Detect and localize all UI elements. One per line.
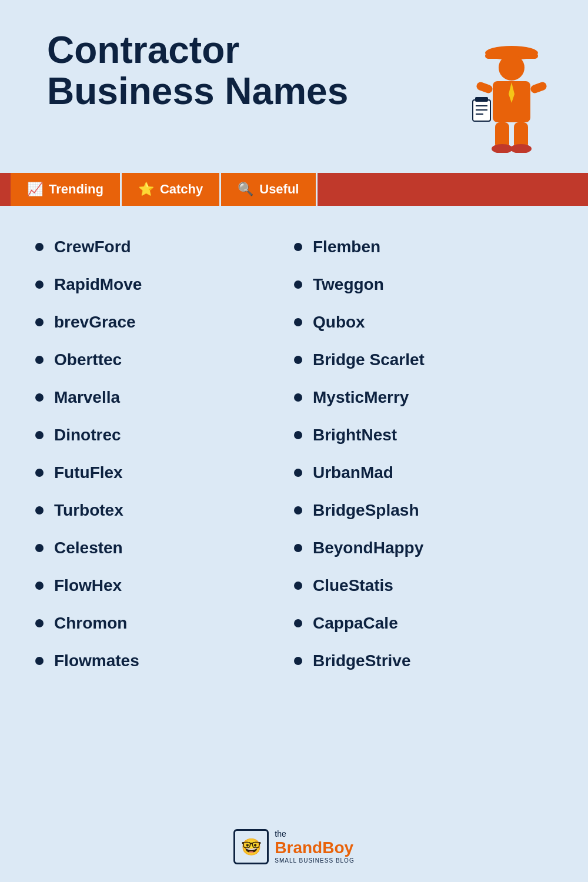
bullet-icon bbox=[294, 544, 302, 552]
name-text: brevGrace bbox=[54, 313, 136, 332]
bullet-icon bbox=[294, 318, 302, 326]
list-item: UrbanMad bbox=[294, 455, 553, 490]
logo-text: the BrandBoy SMALL BUSINESS BLOG bbox=[275, 830, 354, 863]
name-text: ClueStatis bbox=[313, 576, 393, 595]
bullet-icon bbox=[294, 619, 302, 627]
list-item: Marvella bbox=[35, 380, 294, 415]
catchy-icon: ⭐ bbox=[138, 182, 154, 197]
logo-brandboy: BrandBoy bbox=[275, 839, 354, 857]
tab-useful[interactable]: 🔍 Useful bbox=[221, 173, 317, 206]
list-item: Chromon bbox=[35, 606, 294, 641]
header-section: Contractor Business Names bbox=[0, 0, 588, 167]
list-item: MysticMerry bbox=[294, 380, 553, 415]
list-item: brevGrace bbox=[35, 305, 294, 340]
list-item: BridgeStrive bbox=[294, 643, 553, 679]
name-text: RapidMove bbox=[54, 275, 142, 294]
logo-the: the bbox=[275, 830, 354, 838]
trending-icon: 📈 bbox=[27, 182, 43, 197]
list-item: Flowmates bbox=[35, 643, 294, 679]
bullet-icon bbox=[35, 431, 44, 439]
bullet-icon bbox=[294, 356, 302, 364]
name-text: Oberttec bbox=[54, 350, 122, 369]
bullet-icon bbox=[35, 544, 44, 552]
brand-logo: 🤓 the BrandBoy SMALL BUSINESS BLOG bbox=[233, 829, 354, 864]
svg-rect-5 bbox=[475, 81, 493, 95]
list-item: Celesten bbox=[35, 530, 294, 566]
svg-point-15 bbox=[510, 144, 532, 153]
page-title: Contractor Business Names bbox=[47, 29, 348, 112]
svg-rect-6 bbox=[529, 81, 547, 95]
name-text: Marvella bbox=[54, 388, 120, 407]
list-item: Dinotrec bbox=[35, 417, 294, 453]
logo-icon: 🤓 bbox=[233, 829, 269, 864]
bullet-icon bbox=[35, 469, 44, 477]
bullet-icon bbox=[35, 582, 44, 590]
svg-point-2 bbox=[499, 55, 524, 81]
name-text: BeyondHappy bbox=[313, 539, 423, 557]
bullet-icon bbox=[35, 657, 44, 665]
bullet-icon bbox=[35, 318, 44, 326]
name-text: CrewFord bbox=[54, 238, 131, 256]
bullet-icon bbox=[35, 280, 44, 289]
name-text: MysticMerry bbox=[313, 388, 409, 407]
tab-useful-label: Useful bbox=[259, 182, 299, 197]
list-item: CappaCale bbox=[294, 606, 553, 641]
list-item: FlowHex bbox=[35, 568, 294, 603]
list-item: FutuFlex bbox=[35, 455, 294, 490]
list-item: Flemben bbox=[294, 229, 553, 265]
list-item: RapidMove bbox=[35, 267, 294, 302]
tab-catchy-label: Catchy bbox=[160, 182, 203, 197]
bullet-icon bbox=[35, 393, 44, 402]
name-text: Flemben bbox=[313, 238, 380, 256]
bullet-icon bbox=[35, 356, 44, 364]
tab-trending[interactable]: 📈 Trending bbox=[11, 173, 122, 206]
contractor-figure bbox=[470, 35, 553, 155]
name-text: BridgeSplash bbox=[313, 501, 419, 520]
list-item: ClueStatis bbox=[294, 568, 553, 603]
left-column: CrewFordRapidMovebrevGraceOberttecMarvel… bbox=[35, 229, 294, 800]
bullet-icon bbox=[35, 619, 44, 627]
tab-right-accent bbox=[318, 173, 589, 206]
bullet-icon bbox=[294, 469, 302, 477]
tab-trending-label: Trending bbox=[49, 182, 103, 197]
bullet-icon bbox=[294, 280, 302, 289]
bullet-icon bbox=[35, 243, 44, 251]
list-item: BeyondHappy bbox=[294, 530, 553, 566]
svg-rect-8 bbox=[475, 97, 488, 102]
name-text: UrbanMad bbox=[313, 463, 393, 482]
tab-left-accent bbox=[0, 173, 11, 206]
useful-icon: 🔍 bbox=[238, 182, 253, 197]
names-grid: CrewFordRapidMovebrevGraceOberttecMarvel… bbox=[0, 206, 588, 817]
bullet-icon bbox=[35, 506, 44, 514]
tab-catchy[interactable]: ⭐ Catchy bbox=[122, 173, 221, 206]
bullet-icon bbox=[294, 431, 302, 439]
list-item: BridgeSplash bbox=[294, 493, 553, 528]
list-item: Bridge Scarlet bbox=[294, 342, 553, 377]
name-text: Flowmates bbox=[54, 652, 139, 670]
name-text: FlowHex bbox=[54, 576, 122, 595]
name-text: Tweggon bbox=[313, 275, 384, 294]
bullet-icon bbox=[294, 657, 302, 665]
name-text: Chromon bbox=[54, 614, 127, 633]
name-text: CappaCale bbox=[313, 614, 398, 633]
bullet-icon bbox=[294, 506, 302, 514]
list-item: Oberttec bbox=[35, 342, 294, 377]
bullet-icon bbox=[294, 243, 302, 251]
name-text: Bridge Scarlet bbox=[313, 350, 425, 369]
bullet-icon bbox=[294, 582, 302, 590]
list-item: Turbotex bbox=[35, 493, 294, 528]
title-block: Contractor Business Names bbox=[47, 29, 348, 112]
name-text: BrightNest bbox=[313, 426, 397, 445]
name-text: FutuFlex bbox=[54, 463, 123, 482]
logo-sub: SMALL BUSINESS BLOG bbox=[275, 857, 354, 864]
list-item: BrightNest bbox=[294, 417, 553, 453]
list-item: Tweggon bbox=[294, 267, 553, 302]
svg-point-14 bbox=[492, 144, 513, 153]
tabs-bar: 📈 Trending ⭐ Catchy 🔍 Useful bbox=[0, 173, 588, 206]
name-text: Qubox bbox=[313, 313, 365, 332]
name-text: Celesten bbox=[54, 539, 123, 557]
name-text: Dinotrec bbox=[54, 426, 121, 445]
list-item: CrewFord bbox=[35, 229, 294, 265]
bullet-icon bbox=[294, 393, 302, 402]
name-text: BridgeStrive bbox=[313, 652, 411, 670]
